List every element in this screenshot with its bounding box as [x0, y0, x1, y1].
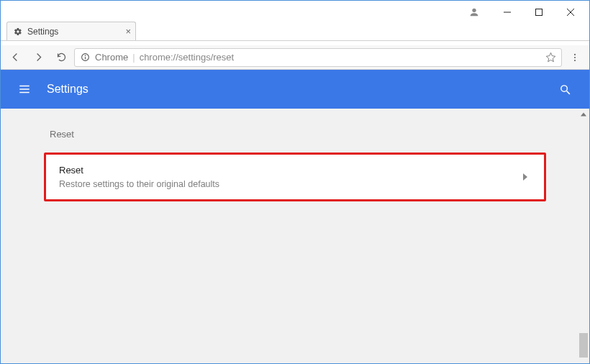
svg-point-8: [574, 53, 576, 55]
reset-card-text: Reset Restore settings to their original…: [59, 165, 519, 189]
scrollbar-thumb[interactable]: [579, 333, 588, 358]
svg-point-14: [560, 85, 567, 91]
svg-point-10: [574, 60, 576, 61]
reset-card[interactable]: Reset Restore settings to their original…: [44, 153, 546, 201]
settings-header: Settings: [1, 70, 589, 109]
search-icon[interactable]: [555, 79, 575, 99]
browser-menu-button[interactable]: [565, 47, 585, 68]
svg-point-9: [574, 56, 576, 58]
separator: |: [132, 52, 135, 63]
svg-point-0: [472, 8, 476, 12]
chevron-right-icon: [519, 173, 531, 181]
page-title: Settings: [47, 83, 555, 96]
section-heading: Reset: [44, 129, 546, 140]
reset-card-title: Reset: [59, 165, 519, 176]
gear-icon: [13, 27, 23, 37]
address-bar[interactable]: Chrome | chrome://settings/reset: [74, 48, 562, 67]
reload-button[interactable]: [51, 47, 71, 68]
svg-rect-2: [536, 9, 543, 15]
forward-button[interactable]: [28, 47, 48, 68]
info-icon[interactable]: [79, 52, 91, 63]
reset-card-description: Restore settings to their original defau…: [59, 179, 519, 189]
tab-strip: Settings ×: [1, 19, 589, 41]
content-area: Reset Reset Restore settings to their or…: [1, 109, 589, 364]
url-text: chrome://settings/reset: [140, 52, 540, 63]
bookmark-star-icon[interactable]: [544, 52, 557, 63]
scroll-up-icon[interactable]: [579, 110, 588, 119]
tab-title: Settings: [27, 27, 58, 37]
svg-line-15: [566, 91, 569, 94]
tab-close-icon[interactable]: ×: [125, 26, 131, 37]
origin-chip: Chrome: [95, 52, 128, 63]
menu-icon[interactable]: [15, 80, 34, 99]
toolbar: Chrome | chrome://settings/reset: [1, 45, 589, 70]
back-button[interactable]: [5, 47, 25, 68]
tab-settings[interactable]: Settings ×: [6, 22, 136, 40]
